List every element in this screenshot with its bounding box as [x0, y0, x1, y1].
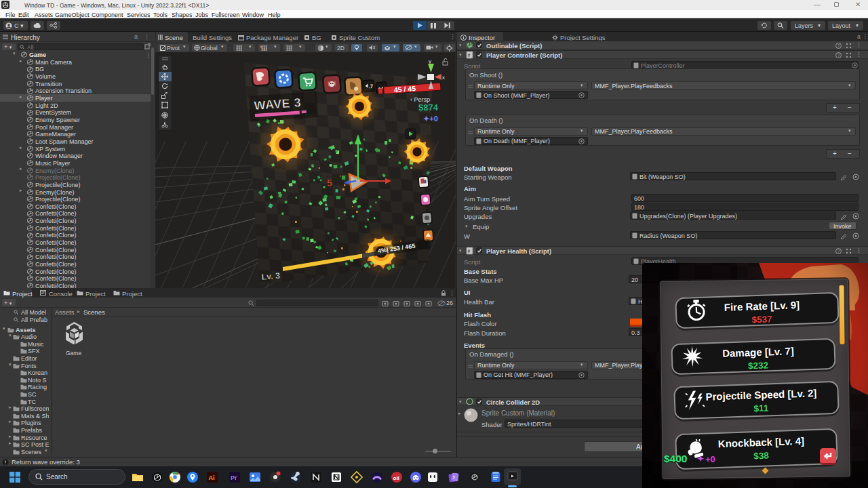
- svg-text:#: #: [468, 53, 471, 58]
- svg-text:x: x: [442, 75, 445, 81]
- svg-text:$874: $874: [418, 102, 439, 113]
- svg-text:?: ?: [837, 53, 840, 58]
- svg-text:5: 5: [327, 178, 332, 188]
- svg-text:✦+0: ✦+0: [423, 115, 438, 123]
- svg-text:Lv. 3: Lv. 3: [261, 271, 281, 282]
- svg-text:?: ?: [837, 43, 840, 48]
- svg-text:#: #: [468, 249, 471, 253]
- svg-text:Ai: Ai: [209, 474, 215, 481]
- svg-text:oil: oil: [393, 475, 399, 481]
- svg-text:y: y: [429, 58, 431, 64]
- svg-text:45 / 45: 45 / 45: [394, 84, 416, 94]
- svg-text:Pr: Pr: [231, 474, 237, 481]
- svg-text:?: ?: [837, 249, 840, 253]
